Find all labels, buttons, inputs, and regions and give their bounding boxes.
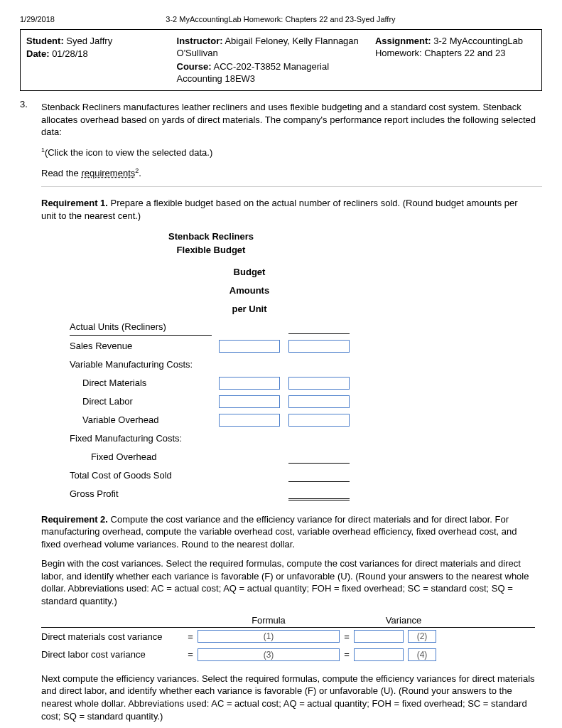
select-dl-var-fu[interactable]: (4) [408,648,436,661]
instructor-label: Instructor: [177,36,223,46]
row-voh: Variable Overhead [70,412,212,428]
row-foh: Fixed Overhead [70,449,212,465]
info-box: Student: Syed Jaffry Date: 01/28/18 Inst… [20,29,542,91]
variance-table: Formula Variance Direct materials cost v… [41,614,535,664]
input-dl-total[interactable] [288,395,350,408]
row-sales-rev: Sales Revenue [70,338,212,354]
input-gp-total[interactable] [288,488,350,500]
input-dl-var-amt[interactable] [354,648,404,661]
row-gp: Gross Profit [70,486,212,502]
req2-para2: Begin with the cost variances. Select th… [41,557,535,607]
row-dm: Direct Materials [70,375,212,391]
assignment-label: Assignment: [375,36,431,46]
course-label: Course: [177,61,212,72]
input-sales-rev-total[interactable] [288,340,350,353]
question-number: 3. [20,98,36,197]
req2-head-rest: Compute the cost variance and the effici… [41,514,517,550]
select-dm-formula[interactable]: (1) [198,630,340,643]
print-header: 1/29/2018 3-2 MyAccountingLab Homework: … [20,14,542,25]
input-dl-unit[interactable] [219,395,280,408]
read-the: Read the [41,168,81,178]
date-label: Date: [26,48,50,59]
input-dm-unit[interactable] [219,377,280,390]
input-voh-total[interactable] [288,414,350,427]
date-value: 01/28/18 [52,48,88,59]
question-text: Stenback Recliners manufactures leather … [41,101,542,139]
col-variance: Variance [354,614,453,627]
req2-para3: Next compute the efficiency variances. S… [41,673,535,722]
student-value: Syed Jaffry [66,36,112,46]
student-label: Student: [26,36,64,46]
input-dm-var-amt[interactable] [354,630,404,643]
doc-title: 3-2 MyAccountingLab Homework: Chapters 2… [166,14,395,25]
requirements-link[interactable]: requirements [81,168,135,178]
row-fmc: Fixed Manufacturing Costs: [70,431,212,446]
separator [41,186,542,187]
select-dm-var-fu[interactable]: (2) [408,630,436,643]
fb-title1: Stenback Recliners [168,231,254,242]
col-formula: Formula [198,614,340,627]
input-actual-units[interactable] [288,321,350,334]
input-sales-rev-unit[interactable] [219,340,280,353]
input-dm-total[interactable] [288,377,350,390]
row-actual-units: Actual Units (Recliners) [70,319,212,336]
input-voh-unit[interactable] [219,414,280,427]
fb-title2: Flexible Budget [177,245,246,255]
row-dm-cost-var: Direct materials cost variance [41,631,183,643]
select-dl-formula[interactable]: (3) [198,648,340,661]
print-date: 1/29/2018 [20,14,55,25]
row-vmc: Variable Manufacturing Costs: [70,357,212,373]
row-dl-cost-var: Direct labor cost variance [41,648,183,661]
req2-head-bold: Requirement 2. [41,514,108,525]
req1-head-rest: Prepare a flexible budget based on the a… [41,198,518,221]
input-tcogs-total[interactable] [288,469,350,482]
input-foh-total[interactable] [288,451,350,464]
click-data-note[interactable]: 1(Click the icon to view the selected da… [41,146,542,159]
row-tcogs: Total Cost of Goods Sold [70,468,212,483]
req1-head-bold: Requirement 1. [41,198,108,208]
flexible-budget-table: Stenback Recliners Flexible Budget Budge… [70,230,535,503]
row-dl: Direct Labor [70,394,212,410]
